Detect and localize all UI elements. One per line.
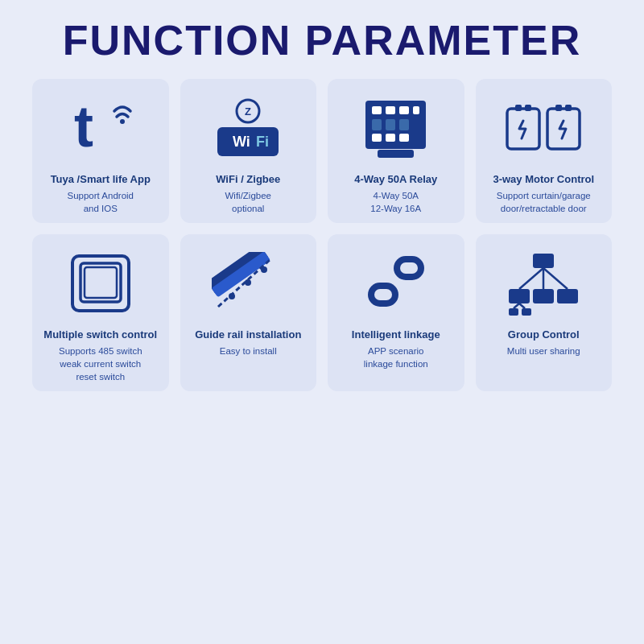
- page: FUNCTION PARAMETER t Tuya /Smart life Ap…: [0, 0, 644, 644]
- group-subtitle: Multi user sharing: [507, 345, 580, 357]
- svg-rect-48: [522, 308, 531, 316]
- wifi-icon-box: Z Wi Fi: [206, 90, 291, 167]
- card-rail: Guide rail installation Easy to install: [180, 234, 317, 391]
- linkage-icon-box: [353, 246, 438, 322]
- motor-icon-box: [502, 90, 586, 167]
- linkage-icon: [360, 252, 432, 316]
- rail-title: Guide rail installation: [195, 328, 301, 342]
- svg-rect-17: [399, 134, 409, 142]
- svg-rect-13: [386, 119, 395, 130]
- svg-rect-23: [555, 105, 562, 111]
- svg-text:t: t: [74, 97, 93, 159]
- relay-subtitle: 4-Way 50A12-Way 16A: [370, 189, 421, 215]
- card-switch: Multiple switch control Supports 485 swi…: [32, 234, 169, 391]
- wifi-subtitle: Wifi/Zigbeeoptional: [225, 189, 271, 215]
- tuya-title: Tuya /Smart life App: [51, 173, 151, 187]
- rail-icon-box: [206, 246, 291, 322]
- svg-line-45: [514, 303, 519, 308]
- svg-rect-16: [386, 134, 395, 142]
- motor-icon: [503, 97, 584, 161]
- switch-icon-box: [58, 246, 142, 322]
- rail-icon: [212, 252, 284, 316]
- svg-line-39: [519, 268, 543, 289]
- svg-rect-24: [565, 105, 572, 111]
- svg-rect-15: [372, 134, 382, 142]
- svg-rect-12: [372, 119, 382, 130]
- svg-rect-37: [374, 289, 392, 300]
- linkage-title: Intelligent linkage: [352, 328, 440, 342]
- svg-rect-11: [413, 106, 419, 114]
- svg-text:Z: Z: [245, 105, 251, 118]
- svg-text:Wi: Wi: [233, 134, 250, 150]
- rail-subtitle: Easy to install: [220, 345, 277, 357]
- svg-rect-35: [400, 262, 418, 274]
- svg-line-41: [543, 268, 568, 289]
- svg-rect-20: [515, 105, 522, 111]
- svg-rect-14: [399, 119, 409, 130]
- relay-icon-box: [353, 90, 438, 167]
- wifi-title: WiFi / Zigbee: [216, 173, 280, 187]
- card-linkage: Intelligent linkage APP scenariolinkage …: [328, 234, 464, 391]
- svg-rect-43: [533, 289, 554, 303]
- page-title: FUNCTION PARAMETER: [32, 16, 612, 64]
- card-relay: 4-Way 50A Relay 4-Way 50A12-Way 16A: [328, 79, 464, 223]
- svg-rect-21: [525, 105, 531, 111]
- switch-subtitle: Supports 485 switchweak current switchre…: [59, 345, 142, 383]
- svg-line-46: [519, 303, 525, 308]
- wifi-zigbee-icon: Z Wi Fi: [208, 97, 288, 161]
- card-wifi: Z Wi Fi WiFi / Zigbee Wifi/Zigbeeoptiona…: [180, 79, 317, 223]
- feature-grid: t Tuya /Smart life App Support Androidan…: [32, 79, 612, 391]
- tuya-icon: t: [64, 97, 137, 161]
- card-motor: 3-way Motor Control Support curtain/gara…: [476, 79, 613, 223]
- tuya-subtitle: Support Androidand IOS: [68, 189, 134, 215]
- switch-icon: [64, 252, 137, 316]
- card-tuya: t Tuya /Smart life App Support Androidan…: [32, 79, 169, 223]
- linkage-subtitle: APP scenariolinkage function: [364, 345, 428, 370]
- tuya-icon-box: t: [58, 90, 142, 167]
- svg-point-1: [120, 119, 125, 124]
- svg-rect-27: [85, 267, 117, 298]
- switch-title: Multiple switch control: [43, 328, 157, 342]
- svg-rect-8: [372, 106, 382, 114]
- relay-title: 4-Way 50A Relay: [354, 173, 437, 187]
- motor-subtitle: Support curtain/garagedoor/retractable d…: [497, 189, 591, 215]
- svg-rect-18: [378, 150, 414, 158]
- svg-rect-26: [80, 263, 121, 302]
- svg-rect-9: [386, 106, 395, 114]
- group-icon: [507, 252, 580, 316]
- svg-text:Fi: Fi: [256, 134, 269, 150]
- svg-rect-47: [509, 308, 518, 316]
- svg-rect-10: [399, 106, 409, 114]
- motor-title: 3-way Motor Control: [493, 173, 594, 187]
- relay-icon: [357, 97, 434, 161]
- svg-rect-44: [557, 289, 578, 303]
- card-group: Group Control Multi user sharing: [476, 234, 613, 391]
- svg-rect-38: [533, 254, 554, 268]
- group-title: Group Control: [508, 328, 580, 342]
- group-icon-box: [502, 246, 586, 322]
- svg-rect-42: [509, 289, 530, 303]
